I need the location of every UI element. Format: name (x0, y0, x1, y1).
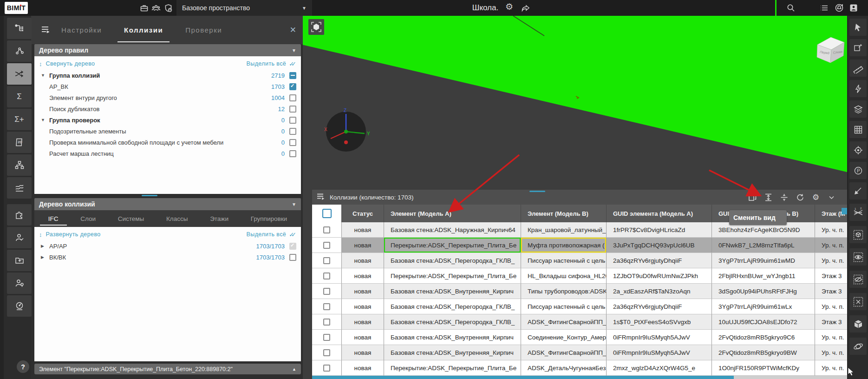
table-row[interactable]: новая Перекрытие:ADSK_Перекрытие_Плита_Б… (312, 268, 847, 284)
table-row[interactable]: новая Базовая стена:ADSK_Перегородка_ГКЛ… (312, 299, 847, 314)
checkbox-unchecked[interactable] (323, 319, 330, 326)
tab-settings[interactable]: Настройки (61, 16, 102, 44)
column-header-status[interactable]: Статус (342, 205, 384, 222)
rule-tree-item[interactable]: Проверка минимальной свободной площади с… (34, 137, 301, 148)
tab-layers[interactable]: Слои (80, 215, 96, 222)
panel-splitter-handle[interactable] (142, 195, 157, 196)
change-view-icon[interactable] (748, 193, 757, 202)
table-row[interactable]: новая Базовая стена:ADSK_Внутренняя_Кирп… (312, 330, 847, 345)
section-lightning-icon[interactable] (849, 80, 867, 97)
selected-element-bar[interactable]: Элемент "Перекрытие:ADSK_Перекрытие_Плит… (34, 364, 301, 374)
checkbox-checked[interactable] (289, 83, 296, 90)
split-rows-icon[interactable] (780, 193, 789, 202)
collision-tree-item[interactable]: ▶ АР/АР 1703/1703 (34, 240, 301, 252)
checkbox-indeterminate[interactable] (289, 72, 296, 79)
table-row[interactable]: новая Базовая стена:ADSK_Перегородка_ГКЛ… (312, 314, 847, 330)
sum-icon[interactable]: Σ (7, 86, 32, 107)
table-row[interactable]: новая Перекрытие:ADSK_Перекрытие_Плита_Б… (312, 360, 847, 376)
layers-icon[interactable] (849, 100, 867, 118)
collision-pair-icon[interactable]: 12 (849, 204, 867, 221)
clear-selection-icon[interactable] (849, 293, 867, 310)
tab-collisions[interactable]: Коллизии (124, 16, 163, 44)
close-icon[interactable]: ✕ (290, 25, 296, 35)
tab-floors[interactable]: Этажи (210, 215, 228, 222)
search-icon[interactable] (786, 3, 796, 13)
table-menu-icon[interactable] (317, 193, 325, 202)
checkbox-unchecked[interactable] (289, 117, 296, 124)
notifications-sync-icon[interactable] (835, 3, 844, 13)
checkbox-unchecked[interactable] (323, 334, 330, 341)
caret-right-icon[interactable]: ▶ (41, 255, 47, 259)
charts-icon[interactable] (7, 177, 32, 199)
rule-tree-item[interactable]: АР_ВК 1703 (34, 81, 301, 92)
target-icon[interactable] (849, 141, 867, 159)
tab-groupings[interactable]: Группировки (251, 215, 287, 222)
show-eye-icon[interactable] (849, 248, 867, 266)
hide-eye-icon[interactable] (849, 271, 867, 288)
app-logo[interactable]: BIMIT (5, 2, 28, 14)
refresh-icon[interactable] (796, 193, 804, 202)
plugins-puzzle-icon[interactable] (7, 204, 32, 226)
collapse-tree-link[interactable]: Свернуть дерево (46, 60, 95, 67)
expand-tree-link[interactable]: Развернуть дерево (46, 231, 101, 238)
select-all-checkbox-cell[interactable] (312, 205, 342, 222)
tab-checks[interactable]: Проверки (185, 16, 222, 44)
checkbox-unchecked[interactable] (322, 209, 332, 218)
project-settings-gear-icon[interactable]: ⚙ (505, 1, 513, 12)
column-header-guid-a[interactable]: GUID элемента (Модель A) (607, 205, 712, 222)
checkbox-unchecked[interactable] (323, 226, 330, 233)
person-location-icon[interactable] (7, 273, 32, 294)
checkbox-unchecked[interactable] (323, 288, 330, 295)
checkbox-unchecked[interactable] (289, 106, 296, 113)
list-icon[interactable] (820, 3, 829, 13)
checkbox-unchecked[interactable] (289, 94, 296, 101)
checkbox-unchecked[interactable] (323, 365, 330, 372)
grid-icon[interactable] (849, 121, 867, 138)
checkbox-unchecked[interactable] (323, 257, 330, 264)
select-all-link[interactable]: Выделить всё (247, 60, 287, 67)
briefcase-icon[interactable] (139, 3, 149, 13)
share-icon[interactable] (521, 3, 530, 13)
table-row-selected[interactable]: новая Перекрытие:ADSK_Перекрытие_Плита_Б… (312, 238, 847, 253)
rule-tree-item[interactable]: Подозрительные элементы 0 (34, 126, 301, 137)
focus-selection-button[interactable] (308, 19, 324, 35)
table-row[interactable]: новая Базовая стена:ADSK_Внутренняя_Кирп… (312, 284, 847, 299)
rule-tree-item[interactable]: Расчет марша лестниц 0 (34, 148, 301, 159)
plan-icon[interactable]: P (849, 162, 867, 179)
structure-tree-icon[interactable] (7, 18, 32, 39)
box-edit-icon[interactable] (849, 39, 867, 56)
checkbox-unchecked[interactable] (323, 303, 330, 310)
team-icon[interactable] (151, 3, 161, 13)
person-check-icon[interactable] (7, 227, 32, 248)
scrollbar-thumb[interactable] (312, 376, 734, 379)
table-row[interactable]: новая Базовая стена:ADSK_Внутренняя_Кирп… (312, 345, 847, 360)
tab-classes[interactable]: Классы (166, 215, 188, 222)
gauge-icon[interactable] (7, 295, 32, 317)
solid-cube-icon[interactable] (849, 315, 867, 332)
shield-status-icon[interactable] (163, 3, 173, 13)
folder-import-icon[interactable] (7, 250, 32, 271)
checkbox-unchecked[interactable] (323, 242, 330, 249)
checkbox-unchecked[interactable] (323, 273, 330, 279)
rule-tree-item[interactable]: ▼ Группа коллизий 2719 (34, 70, 301, 81)
rules-tree-header[interactable]: Дерево правил ▼ (34, 44, 301, 56)
node-link-icon[interactable] (7, 40, 32, 62)
measure-icon[interactable] (849, 60, 867, 77)
caret-down-icon[interactable]: ▼ (41, 73, 47, 78)
settings-gear-icon[interactable]: ⚙ (811, 193, 820, 202)
rule-tree-item[interactable]: Поиск дубликатов 12 (34, 103, 301, 114)
collapse-panel-chevron-icon[interactable] (827, 193, 836, 202)
checkbox-unchecked[interactable] (289, 150, 296, 157)
clip-knife-icon[interactable] (849, 182, 867, 199)
workspace-selector[interactable]: Базовое пространство ▼ (176, 0, 312, 16)
fit-height-icon[interactable] (764, 193, 773, 202)
selection-box-icon[interactable] (849, 226, 867, 243)
2d-doc-icon[interactable]: 2D (7, 132, 32, 153)
hierarchy-icon[interactable] (7, 154, 32, 176)
checkbox-unchecked[interactable] (289, 254, 296, 261)
caret-right-icon[interactable]: ▶ (41, 244, 47, 248)
horizontal-scrollbar[interactable] (312, 376, 847, 379)
column-header-element-b[interactable]: Элемент (Модель B) (521, 205, 607, 222)
table-row[interactable]: новая Базовая стена:ADSK_Перегородка_ГКЛ… (312, 253, 847, 268)
user-icon[interactable] (849, 3, 858, 13)
